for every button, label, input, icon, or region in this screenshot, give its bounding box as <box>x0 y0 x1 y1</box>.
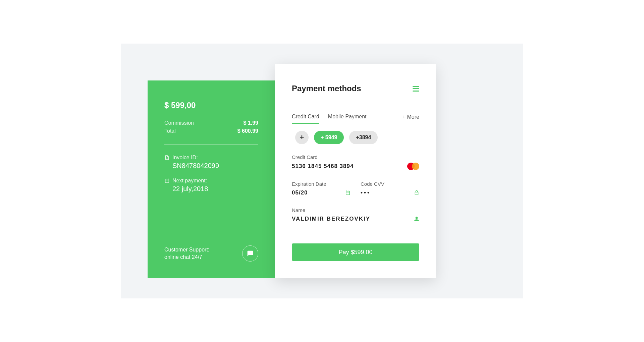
user-icon <box>414 216 419 222</box>
card-number-label: Credit Card <box>292 154 419 160</box>
card-pill-5949[interactable]: + 5949 <box>314 131 344 144</box>
checkout-stage: $ 599,00 Commission $ 1.99 Total $ 600.9… <box>121 44 523 298</box>
card-number-value: 5136 1845 5468 3894 <box>292 163 354 170</box>
card-pills: + + 5949 +3894 <box>292 131 419 144</box>
add-card-button[interactable]: + <box>295 131 309 144</box>
name-value: VALDIMIR BEREZOVKIY <box>292 216 370 222</box>
next-payment-block: Next payment: 22 july,2018 <box>164 178 258 193</box>
payment-tabs: Credit Card Mobile Payment + More <box>275 110 436 124</box>
support-line1: Customer Support: <box>164 246 209 253</box>
card-number-field: Credit Card 5136 1845 5468 3894 <box>292 154 419 173</box>
next-payment-value: 22 july,2018 <box>172 185 258 193</box>
card-number-input[interactable]: 5136 1845 5468 3894 <box>292 163 419 173</box>
mastercard-icon <box>407 163 419 170</box>
lock-icon <box>414 190 419 195</box>
file-icon <box>164 155 170 160</box>
payment-methods-card: Payment methods Credit Card Mobile Payme… <box>275 64 436 278</box>
total-row: Total $ 600.99 <box>164 128 258 134</box>
support-text: Customer Support: online chat 24/7 <box>164 246 209 261</box>
cvv-value: ••• <box>361 189 371 196</box>
name-field: Name VALDIMIR BEREZOVKIY <box>292 207 419 225</box>
support-row: Customer Support: online chat 24/7 <box>164 245 258 262</box>
card-pill-3894[interactable]: +3894 <box>349 131 378 144</box>
total-label: Total <box>164 128 176 134</box>
invoice-id-value: SN8478042099 <box>172 162 258 170</box>
calendar-icon <box>164 178 170 183</box>
name-label: Name <box>292 207 419 213</box>
invoice-id-block: Invoice ID: SN8478042099 <box>164 155 258 170</box>
commission-row: Commission $ 1.99 <box>164 120 258 126</box>
cvv-field: Code CVV ••• <box>361 181 419 199</box>
next-payment-label: Next payment: <box>172 178 207 184</box>
tab-credit-card[interactable]: Credit Card <box>292 110 319 124</box>
menu-icon[interactable] <box>413 86 419 92</box>
invoice-amount: $ 599,00 <box>164 101 258 110</box>
expiration-value: 05/20 <box>292 189 308 196</box>
chat-icon <box>247 250 254 257</box>
tab-more[interactable]: + More <box>402 111 419 123</box>
payment-title: Payment methods <box>292 84 361 93</box>
commission-label: Commission <box>164 120 194 126</box>
support-line2: online chat 24/7 <box>164 253 209 261</box>
pay-button[interactable]: Pay $599.00 <box>292 243 419 261</box>
invoice-id-label: Invoice ID: <box>172 155 198 161</box>
expiration-label: Expiration Date <box>292 181 351 187</box>
cvv-label: Code CVV <box>361 181 419 187</box>
expiration-field: Expiration Date 05/20 <box>292 181 351 199</box>
commission-value: $ 1.99 <box>244 120 258 126</box>
total-value: $ 600.99 <box>237 128 258 134</box>
expiration-input[interactable]: 05/20 <box>292 189 351 199</box>
divider <box>164 144 258 145</box>
name-input[interactable]: VALDIMIR BEREZOVKIY <box>292 216 419 225</box>
calendar-icon <box>345 190 351 195</box>
chat-button[interactable] <box>242 245 258 262</box>
cvv-input[interactable]: ••• <box>361 189 419 199</box>
tab-mobile-payment[interactable]: Mobile Payment <box>328 110 367 124</box>
invoice-summary-card: $ 599,00 Commission $ 1.99 Total $ 600.9… <box>148 80 275 278</box>
